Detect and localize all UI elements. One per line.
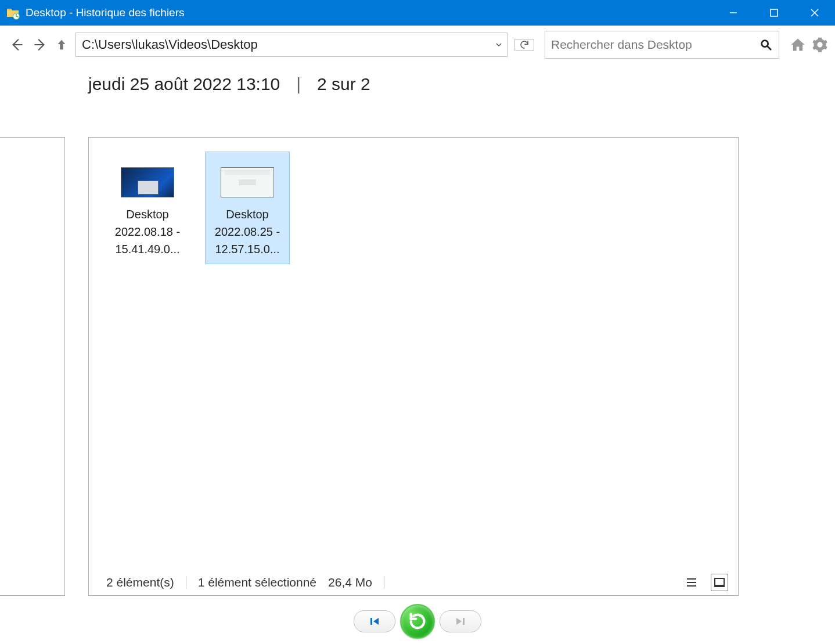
file-thumbnail xyxy=(121,167,174,197)
header-separator: | xyxy=(296,74,301,94)
file-label: Desktop 2022.08.18 - 15.41.49.0... xyxy=(108,206,187,258)
svg-rect-16 xyxy=(463,618,465,625)
close-button[interactable] xyxy=(794,0,835,26)
address-bar xyxy=(75,33,508,57)
status-sep-2 xyxy=(384,576,384,589)
status-selection: 1 élément sélectionné xyxy=(198,575,316,589)
status-sep xyxy=(186,576,186,589)
home-icon[interactable] xyxy=(789,35,807,54)
address-input[interactable] xyxy=(76,33,491,56)
maximize-button[interactable] xyxy=(754,0,794,26)
file-item[interactable]: Desktop 2022.08.18 - 15.41.49.0... xyxy=(105,152,190,264)
version-timestamp: jeudi 25 août 2022 13:10 xyxy=(88,74,280,94)
refresh-button[interactable] xyxy=(514,39,534,51)
next-version-button[interactable] xyxy=(440,610,481,632)
file-panel: Desktop 2022.08.18 - 15.41.49.0...Deskto… xyxy=(88,137,739,596)
previous-version-button[interactable] xyxy=(354,610,395,632)
restore-button[interactable] xyxy=(400,604,435,639)
view-details-icon[interactable] xyxy=(683,574,700,591)
svg-rect-3 xyxy=(771,9,778,16)
file-thumbnail xyxy=(221,167,274,197)
search-bar xyxy=(545,31,779,59)
navigation-bar xyxy=(0,26,835,64)
back-button[interactable] xyxy=(6,34,27,55)
svg-line-9 xyxy=(768,46,771,50)
bottom-controls xyxy=(0,604,835,639)
status-bar: 2 élément(s) 1 élément sélectionné 26,4 … xyxy=(89,570,738,595)
window-title: Desktop - Historique des fichiers xyxy=(26,6,185,19)
app-folder-icon xyxy=(6,6,20,20)
svg-rect-15 xyxy=(370,618,372,625)
status-count: 2 élément(s) xyxy=(106,575,174,589)
forward-button[interactable] xyxy=(30,34,51,55)
search-icon[interactable] xyxy=(753,31,779,58)
previous-version-peek[interactable] xyxy=(0,137,65,596)
title-bar: Desktop - Historique des fichiers xyxy=(0,0,835,26)
address-dropdown-icon[interactable] xyxy=(491,33,507,56)
status-size: 26,4 Mo xyxy=(328,575,372,589)
version-header: jeudi 25 août 2022 13:10 | 2 sur 2 xyxy=(0,64,835,105)
version-position: 2 sur 2 xyxy=(317,74,370,94)
search-input[interactable] xyxy=(545,38,753,52)
file-label: Desktop 2022.08.25 - 12.57.15.0... xyxy=(208,206,287,258)
file-item[interactable]: Desktop 2022.08.25 - 12.57.15.0... xyxy=(205,152,290,264)
view-thumbnails-icon[interactable] xyxy=(711,574,728,591)
up-button[interactable] xyxy=(55,38,69,52)
file-grid: Desktop 2022.08.18 - 15.41.49.0...Deskto… xyxy=(89,138,738,570)
gear-icon[interactable] xyxy=(811,35,829,54)
minimize-button[interactable] xyxy=(713,0,754,26)
